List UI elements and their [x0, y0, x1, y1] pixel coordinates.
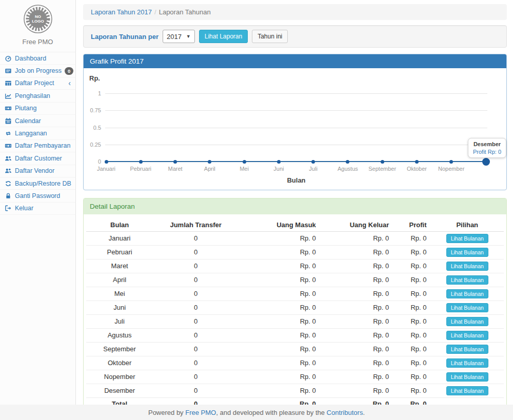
chart-line-segment: [417, 161, 451, 163]
year-select[interactable]: 2017 ▼: [163, 30, 195, 43]
chart-point-juli[interactable]: [311, 160, 315, 164]
sidebar-item-daftar-vendor[interactable]: Daftar Vendor: [0, 165, 75, 177]
users-icon: [5, 167, 12, 174]
lock-icon: [5, 192, 12, 199]
money-icon: [5, 142, 12, 149]
view-monthly-button[interactable]: Lihat Bulanan: [446, 317, 488, 326]
sidebar-item-label: Langganan: [15, 130, 47, 137]
cell-masuk: Rp. 0: [239, 301, 320, 315]
cell-masuk: Rp. 0: [239, 315, 320, 329]
cell-keluar: Rp. 0: [320, 343, 393, 356]
cell-profit: Rp. 0: [393, 232, 430, 246]
count-badge: 0: [65, 67, 73, 75]
logo: NO LOGO Free PMO: [0, 0, 75, 46]
sidebar-item-label: Ganti Password: [15, 192, 60, 199]
cell-keluar: Rp. 0: [320, 370, 393, 384]
cell-bulan: Desember: [86, 384, 153, 398]
footer-link-freepmo[interactable]: Free PMO: [185, 409, 216, 416]
sidebar-item-daftar-pembayaran[interactable]: Daftar Pembayaran: [0, 140, 75, 152]
report-filter-bar: Laporan Tahunan per 2017 ▼ Lihat Laporan…: [83, 25, 507, 48]
cell-masuk: Rp. 0: [239, 370, 320, 384]
chart-point-mei[interactable]: [243, 160, 246, 164]
view-monthly-button[interactable]: Lihat Bulanan: [446, 248, 488, 257]
cell-jumlah: 0: [153, 356, 239, 370]
view-monthly-button[interactable]: Lihat Bulanan: [446, 275, 488, 285]
chart-point-agustus[interactable]: [346, 160, 349, 164]
sidebar-item-label: Daftar Vendor: [15, 167, 54, 174]
sign-out-icon: [5, 205, 12, 212]
sidebar-item-calendar[interactable]: Calendar: [0, 115, 75, 127]
chart-point-oktober[interactable]: [415, 160, 419, 164]
cell-keluar: Rp. 0: [320, 315, 393, 329]
sidebar-item-job-on-progress[interactable]: Job on Progress0: [0, 65, 75, 77]
sidebar-item-label: Piutang: [15, 105, 36, 112]
chart-point-juni[interactable]: [277, 160, 281, 164]
table-row: Desember0Rp. 0Rp. 0Rp. 0Lihat Bulanan: [86, 384, 504, 398]
sidebar-item-label: Penghasilan: [15, 92, 50, 99]
sidebar-item-label: Backup/Restore DB: [15, 180, 71, 187]
chart-x-tick: Oktober: [399, 166, 435, 172]
chart-line-segment: [175, 161, 210, 163]
sidebar-item-daftar-customer[interactable]: Daftar Customer: [0, 152, 75, 165]
view-monthly-button[interactable]: Lihat Bulanan: [446, 289, 488, 298]
table-row: Pebruari0Rp. 0Rp. 0Rp. 0Lihat Bulanan: [86, 246, 504, 259]
sidebar-item-penghasilan[interactable]: Penghasilan: [0, 90, 75, 102]
chart-line-segment: [348, 161, 382, 163]
chart-point-desember[interactable]: [482, 158, 490, 166]
cell-bulan: Juni: [86, 301, 153, 315]
view-monthly-button[interactable]: Lihat Bulanan: [446, 303, 488, 312]
cell-bulan: September: [86, 343, 153, 356]
cell-masuk: Rp. 0: [239, 329, 320, 343]
chart-point-maret[interactable]: [173, 160, 177, 164]
view-monthly-button[interactable]: Lihat Bulanan: [446, 358, 488, 368]
chart-point-april[interactable]: [208, 160, 211, 164]
brand-name: Free PMO: [0, 38, 75, 46]
cell-profit: Rp. 0: [393, 356, 430, 370]
cell-jumlah: 0: [153, 259, 239, 273]
chart-point-nopember[interactable]: [449, 160, 453, 164]
breadcrumb-separator: /: [154, 8, 156, 16]
cell-keluar: Rp. 0: [320, 356, 393, 370]
sidebar-item-dashboard[interactable]: Dashboard: [0, 52, 75, 65]
cell-masuk: Rp. 0: [239, 246, 320, 259]
column-header: Uang Keluar: [320, 218, 393, 232]
chart-x-tick: Pebruari: [123, 166, 159, 172]
chart-x-tick: Mei: [226, 166, 262, 172]
users-icon: [5, 155, 12, 162]
view-monthly-button[interactable]: Lihat Bulanan: [446, 262, 488, 271]
view-report-button[interactable]: Lihat Laporan: [199, 30, 248, 43]
view-monthly-button[interactable]: Lihat Bulanan: [446, 386, 488, 395]
sidebar: NO LOGO Free PMO DashboardJob on Progres…: [0, 0, 76, 405]
chart-point-pebruari[interactable]: [139, 160, 143, 164]
cell-jumlah: 0: [153, 315, 239, 329]
cell-bulan: April: [86, 273, 153, 287]
chart-panel-title: Grafik Profit 2017: [84, 54, 506, 68]
chart-point-januari[interactable]: [105, 160, 108, 164]
view-monthly-button[interactable]: Lihat Bulanan: [446, 372, 488, 382]
view-monthly-button[interactable]: Lihat Bulanan: [446, 331, 488, 340]
sidebar-item-ganti-password[interactable]: Ganti Password: [0, 190, 75, 202]
view-monthly-button[interactable]: Lihat Bulanan: [446, 234, 488, 243]
sidebar-item-backup-restore-db[interactable]: Backup/Restore DB: [0, 177, 75, 190]
cell-keluar: Rp. 0: [320, 246, 393, 259]
sidebar-item-piutang[interactable]: Piutang: [0, 103, 75, 115]
cell-profit: Rp. 0: [393, 259, 430, 273]
table-row: Nopember0Rp. 0Rp. 0Rp. 0Lihat Bulanan: [86, 370, 504, 384]
chart-line-segment: [141, 161, 175, 163]
chart-gridline: [105, 145, 487, 145]
table-row: Mei0Rp. 0Rp. 0Rp. 0Lihat Bulanan: [86, 287, 504, 301]
chart-x-tick: Juni: [261, 166, 297, 172]
chart-y-tick: 0.5: [84, 125, 101, 131]
footer-link-contributors[interactable]: Contributors: [327, 409, 363, 416]
chart-point-september[interactable]: [381, 160, 384, 164]
chart-x-tick: Nopember: [433, 166, 469, 172]
sidebar-item-langganan[interactable]: Langganan: [0, 127, 75, 139]
sidebar-item-keluar[interactable]: Keluar: [0, 203, 75, 215]
view-monthly-button[interactable]: Lihat Bulanan: [446, 345, 488, 354]
sidebar-item-daftar-project[interactable]: Daftar Project‹: [0, 77, 75, 90]
breadcrumb-link[interactable]: Laporan Tahun 2017: [91, 8, 152, 16]
cell-keluar: Rp. 0: [320, 301, 393, 315]
detail-report-panel: Detail Laporan BulanJumlah TransferUang …: [83, 198, 507, 417]
column-header: Jumlah Transfer: [153, 218, 239, 232]
this-year-button[interactable]: Tahun ini: [252, 30, 288, 43]
